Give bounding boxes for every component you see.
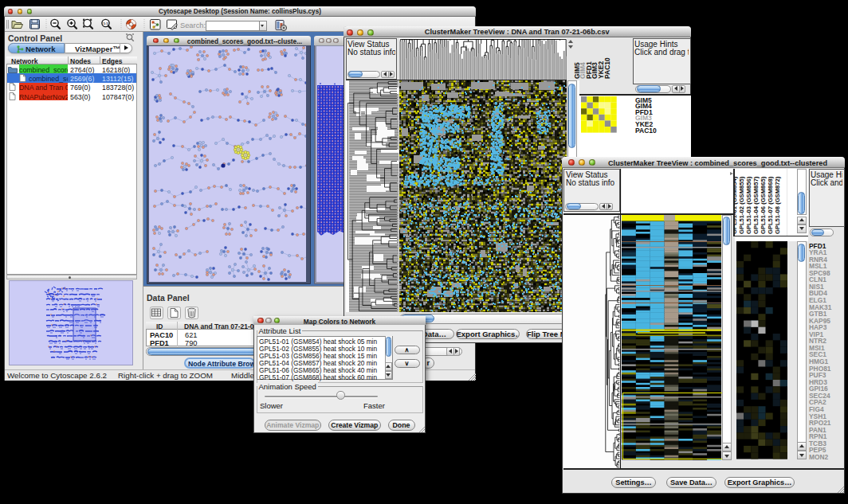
svg-text:1:1: 1:1 [103, 21, 108, 25]
